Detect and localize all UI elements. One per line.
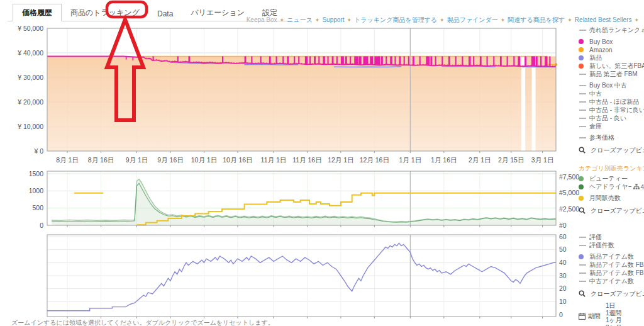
series-dot-icon: [579, 55, 589, 60]
rank-chart: 050010001500#0#2,500#5,000#7,500: [29, 170, 580, 229]
legend-item--fbm[interactable]: 新品アイテム数 FBM: [579, 269, 644, 277]
series-dash-icon: [579, 245, 589, 246]
series-dot-icon: [579, 47, 589, 52]
count-chart: 0102030405060: [47, 233, 567, 319]
legend-item--[interactable]: 評価件数: [579, 242, 644, 249]
closeup-view-button[interactable]: クローズアップビュー: [579, 206, 644, 215]
price-ytick-label: ¥ 0: [33, 147, 43, 155]
series-dash-icon: [579, 281, 589, 282]
legend-header: カテゴリ別販売ランキング: [579, 164, 644, 173]
series-dash-icon: [579, 30, 589, 31]
sitemap-icon: [633, 184, 640, 191]
xtick-label: 10月 1日: [191, 156, 217, 164]
series-dash-icon: [579, 101, 589, 103]
legend-item--[interactable]: 新品: [579, 54, 644, 62]
xtick-label: 11月 1日: [261, 156, 287, 164]
xtick-label: 1月 1日: [399, 156, 422, 164]
legend-item-label: Buy Box 中古: [589, 81, 627, 90]
legend-item--[interactable]: 月間販売数: [579, 194, 644, 202]
legend-item-label: 新品アイテム数 FBA: [589, 261, 644, 269]
closeup-view-button[interactable]: クローズアップビュー: [579, 289, 644, 298]
xtick-label: 2月 1日: [469, 156, 491, 164]
count-ytick-label: 30: [559, 272, 567, 279]
xtick-label: 12月 16日: [360, 156, 389, 164]
legend-item--[interactable]: 中古品 - 非常に良い: [579, 106, 644, 114]
xtick-label: 12月 1日: [328, 156, 353, 164]
xtick-label: 2月 15日: [498, 156, 524, 164]
period-option-3[interactable]: 3か月: [606, 324, 622, 326]
legend-item--[interactable]: 倉庫: [579, 123, 644, 130]
legend-item--[interactable]: 新品アイテム数: [579, 253, 644, 261]
subcategory-rank: 4: [640, 184, 644, 191]
period-option-2[interactable]: 1ヶ月: [606, 317, 622, 324]
legend-item--fba[interactable]: 新品アイテム数 FBA: [579, 261, 644, 269]
sold-ytick-label: #7,500: [559, 173, 579, 181]
period-selector: 期間1日1週間1ヶ月3か月: [579, 302, 644, 326]
legend-item--[interactable]: ビューティー: [579, 175, 644, 183]
legend-item--[interactable]: 参考価格: [579, 134, 644, 142]
legend-item--[interactable]: 中古品 - ほぼ新品: [579, 98, 644, 106]
legend-item-label: 新品アイテム数: [589, 252, 634, 261]
price-chart: ¥ 0¥ 10,000¥ 20,000¥ 30,000¥ 40,000¥ 50,…: [17, 25, 557, 164]
count-ytick-label: 50: [559, 245, 567, 253]
xtick-label: 10月 16日: [223, 156, 252, 164]
legend-item-label: 中古: [589, 89, 602, 98]
count-legend: 評価評価件数新品アイテム数新品アイテム数 FBA新品アイテム数 FBM中古アイテ…: [579, 233, 644, 326]
price-ytick-label: ¥ 40,000: [17, 49, 43, 57]
legend-item-label: 月間販売数: [589, 194, 621, 203]
xtick-label: 8月 1日: [56, 156, 79, 164]
legend-item-label: 売れ筋ランキング: [589, 26, 639, 35]
legend-item-label: 中古品 - ほぼ新品: [589, 98, 639, 106]
series-dot-icon: [579, 254, 589, 259]
legend-item-label: ヘアドライヤー: [589, 183, 631, 191]
legend-item-label: 中古アイテム数: [589, 277, 634, 286]
legend-item--[interactable]: 評価: [579, 233, 644, 241]
closeup-view-label: クローズアップビュー: [591, 146, 644, 155]
legend-item-label: 中古品 - 非常に良い: [589, 106, 644, 115]
period-option-1[interactable]: 1週間: [606, 310, 622, 317]
price-ytick-label: ¥ 30,000: [17, 74, 43, 81]
legend-item--[interactable]: 売れ筋ランキング↓↑: [579, 26, 644, 34]
series-dot-icon: [579, 64, 589, 69]
legend-item--fba[interactable]: 新しい、第三者FBA: [579, 62, 644, 70]
sort-arrows-icon[interactable]: ↓↑: [641, 27, 644, 33]
price-ytick-label: ¥ 10,000: [17, 123, 43, 130]
legend-item-label: 評価件数: [589, 241, 614, 250]
series-dot-icon: [579, 184, 589, 189]
price-legend: 売れ筋ランキング↓↑Buy BoxAmazon新品新しい、第三者FBA新品 第三…: [579, 26, 644, 155]
closeup-view-label: クローズアップビュー: [591, 289, 644, 298]
sold-ytick-label: #2,500: [559, 205, 579, 213]
legend-item--[interactable]: 中古品 - 良い: [579, 115, 644, 122]
legend-item--fbm[interactable]: 新品 第三者 FBM: [579, 70, 644, 78]
legend-item-amazon[interactable]: Amazon: [579, 46, 644, 53]
count-ytick-label: 0: [559, 311, 563, 318]
legend-item-label: 新品: [589, 53, 602, 62]
xtick-label: 1月 16日: [431, 156, 457, 164]
period-option-0[interactable]: 1日: [606, 302, 622, 310]
legend-item-buy-box[interactable]: Buy Box: [579, 38, 644, 45]
legend-item-label: 新しい、第三者FBA: [589, 62, 644, 70]
rank-ytick-label: 0: [40, 222, 43, 229]
closeup-view-button[interactable]: クローズアップビュー: [579, 146, 644, 155]
count-ytick-label: 40: [559, 259, 567, 266]
series-dash-icon: [579, 273, 589, 274]
series-dash-icon: [579, 137, 589, 138]
xtick-label: 9月 16日: [157, 156, 183, 164]
legend-item-label: 中古品 - 良い: [589, 114, 626, 123]
count-ytick-label: 10: [559, 298, 567, 305]
rank-ytick-label: 500: [32, 204, 43, 211]
charts-canvas[interactable]: ¥ 0¥ 10,000¥ 20,000¥ 30,000¥ 40,000¥ 50,…: [0, 0, 644, 326]
xtick-label: 11月 16日: [292, 156, 322, 164]
legend-item--[interactable]: 中古アイテム数: [579, 278, 644, 285]
rank-ytick-label: 1000: [29, 187, 44, 194]
xtick-label: 8月 16日: [88, 156, 114, 164]
legend-item--[interactable]: ヘアドライヤー4: [579, 183, 644, 191]
legend-item-label: 倉庫: [589, 122, 602, 131]
legend-item-buy-box-[interactable]: Buy Box 中古: [579, 82, 644, 89]
price-ytick-label: ¥ 20,000: [17, 98, 43, 106]
count-ytick-label: 20: [559, 284, 567, 292]
price-ytick-label: ¥ 50,000: [17, 25, 43, 32]
legend-item--[interactable]: 中古: [579, 90, 644, 98]
series-dash-icon: [579, 118, 589, 119]
series-dash-icon: [579, 237, 589, 238]
